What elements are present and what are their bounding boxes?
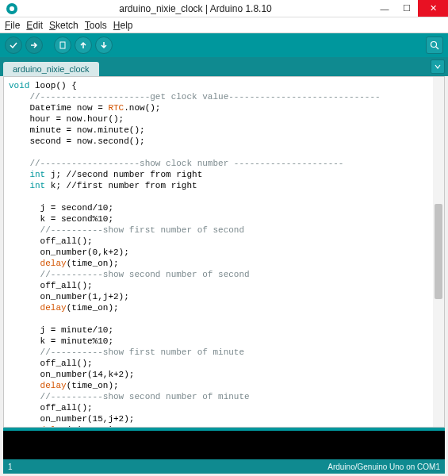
magnifier-icon — [430, 40, 439, 50]
new-button[interactable] — [54, 36, 71, 54]
window-title: arduino_nixie_clock | Arduino 1.8.10 — [17, 3, 373, 14]
window-controls: — ☐ ✕ — [373, 0, 448, 17]
menu-file[interactable]: File — [5, 20, 20, 31]
maximize-button[interactable]: ☐ — [396, 0, 418, 17]
upload-button[interactable] — [25, 36, 43, 54]
status-board-port: Arduino/Genuino Uno on COM1 — [327, 463, 440, 471]
tab-strip: arduino_nixie_clock — [0, 57, 448, 76]
chevron-down-icon — [435, 63, 441, 70]
check-icon — [10, 41, 17, 49]
status-bar: 1 Arduino/Genuino Uno on COM1 — [3, 459, 445, 474]
menu-edit[interactable]: Edit — [26, 20, 43, 31]
arrow-right-icon — [30, 41, 38, 49]
serial-monitor-button[interactable] — [426, 36, 443, 54]
minimize-button[interactable]: — — [373, 0, 396, 17]
menu-bar: File Edit Sketch Tools Help — [0, 17, 448, 33]
tab-menu-button[interactable] — [431, 60, 445, 74]
console-output[interactable] — [3, 431, 445, 459]
menu-help[interactable]: Help — [113, 20, 133, 31]
arrow-down-icon — [100, 41, 108, 49]
toolbar — [0, 33, 448, 57]
title-bar: arduino_nixie_clock | Arduino 1.8.10 — ☐… — [0, 0, 448, 17]
arrow-up-icon — [79, 41, 87, 49]
editor-area: void loop() { //---------------------get… — [3, 76, 445, 428]
open-button[interactable] — [75, 36, 92, 54]
menu-sketch[interactable]: Sketch — [49, 20, 78, 31]
svg-rect-0 — [60, 42, 65, 48]
arduino-app-icon — [6, 3, 17, 14]
tab-sketch[interactable]: arduino_nixie_clock — [3, 62, 99, 76]
verify-button[interactable] — [5, 36, 22, 54]
close-button[interactable]: ✕ — [418, 0, 448, 17]
editor-scrollbar[interactable] — [433, 77, 444, 427]
status-line-number: 1 — [8, 463, 13, 471]
code-editor[interactable]: void loop() { //---------------------get… — [4, 77, 433, 427]
menu-tools[interactable]: Tools — [85, 20, 107, 31]
scrollbar-thumb[interactable] — [435, 204, 442, 299]
file-icon — [59, 41, 67, 49]
save-button[interactable] — [95, 36, 113, 54]
svg-point-1 — [431, 42, 437, 48]
